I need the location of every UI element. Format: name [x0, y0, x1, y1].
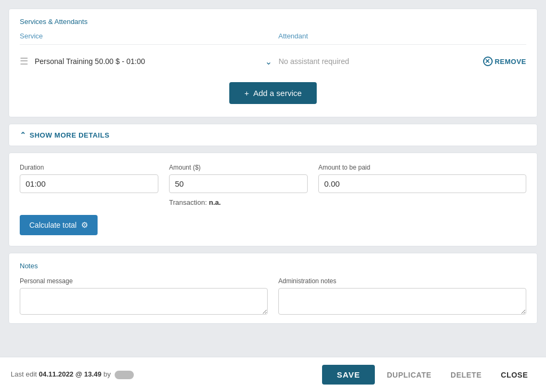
details-section: Duration Amount ($) Transaction: n.a. Am…	[9, 153, 537, 246]
details-form-row: Duration Amount ($) Transaction: n.a. Am…	[20, 164, 526, 206]
duration-input[interactable]	[20, 174, 158, 193]
personal-message-input[interactable]	[20, 288, 268, 315]
user-avatar	[115, 371, 134, 379]
show-more-label: SHOW MORE DETAILS	[30, 131, 110, 139]
admin-notes-input[interactable]	[278, 288, 526, 315]
remove-circle-icon: ✕	[483, 57, 493, 66]
amount-paid-group: Amount to be paid	[318, 164, 526, 206]
service-select-container: Personal Training 50.00 $ - 01:00 ⌄	[35, 57, 272, 67]
add-service-button[interactable]: + Add a service	[229, 82, 317, 104]
calculate-total-button[interactable]: Calculate total ⚙	[20, 215, 98, 235]
personal-message-label: Personal message	[20, 277, 268, 285]
last-edit-prefix: Last edit	[11, 370, 37, 378]
amount-group: Amount ($) Transaction: n.a.	[169, 164, 308, 206]
add-service-label: Add a service	[253, 89, 302, 98]
add-service-container: + Add a service	[20, 71, 526, 108]
attendant-placeholder-text: No assistant required	[278, 57, 476, 66]
show-more-section: ⌃ SHOW MORE DETAILS	[9, 124, 537, 146]
notes-section: Notes Personal message Administration no…	[9, 253, 537, 324]
amount-input[interactable]	[169, 174, 308, 193]
services-attendants-section: Services & Attendants Service Attendant …	[9, 9, 537, 117]
service-name-text: Personal Training 50.00 $ - 01:00	[35, 57, 261, 66]
service-column-header: Service	[20, 32, 268, 40]
amount-paid-label: Amount to be paid	[318, 164, 526, 171]
remove-label: REMOVE	[495, 58, 526, 66]
last-edit-text: Last edit 04.11.2022 @ 13.49 by	[11, 370, 134, 379]
personal-message-group: Personal message	[20, 277, 268, 315]
services-section-title: Services & Attendants	[20, 18, 526, 26]
show-more-details-button[interactable]: ⌃ SHOW MORE DETAILS	[20, 131, 109, 139]
save-button[interactable]: SAVE	[322, 365, 375, 385]
chevron-up-icon: ⌃	[20, 131, 27, 139]
duration-group: Duration	[20, 164, 158, 206]
services-header: Service Attendant	[20, 32, 526, 45]
transaction-label: Transaction:	[169, 198, 207, 206]
admin-notes-label: Administration notes	[278, 277, 526, 285]
attendant-container: No assistant required	[278, 57, 476, 66]
amount-label: Amount ($)	[169, 164, 308, 171]
plus-icon: +	[244, 89, 249, 98]
notes-title: Notes	[20, 262, 526, 270]
remove-service-button[interactable]: ✕ REMOVE	[483, 57, 526, 66]
calculate-label: Calculate total	[29, 221, 77, 229]
duplicate-button[interactable]: DUPLICATE	[379, 365, 439, 385]
footer: Last edit 04.11.2022 @ 13.49 by SAVE DUP…	[0, 357, 546, 392]
transaction-value: n.a.	[209, 198, 221, 206]
duration-label: Duration	[20, 164, 158, 171]
delete-button[interactable]: DELETE	[443, 365, 489, 385]
drag-handle-icon[interactable]: ☰	[20, 55, 28, 67]
admin-notes-group: Administration notes	[278, 277, 526, 315]
attendant-column-header: Attendant	[278, 32, 526, 40]
transaction-text: Transaction: n.a.	[169, 198, 308, 206]
last-edit-by: by	[103, 370, 111, 378]
last-edit-date: 04.11.2022 @ 13.49	[39, 370, 102, 378]
gear-icon: ⚙	[81, 220, 88, 230]
notes-row: Personal message Administration notes	[20, 277, 526, 315]
footer-actions: SAVE DUPLICATE DELETE CLOSE	[322, 365, 535, 385]
service-dropdown-chevron-icon[interactable]: ⌄	[265, 57, 272, 67]
service-row: ☰ Personal Training 50.00 $ - 01:00 ⌄ No…	[20, 51, 526, 71]
close-button[interactable]: CLOSE	[493, 365, 535, 385]
amount-paid-input[interactable]	[318, 174, 526, 193]
